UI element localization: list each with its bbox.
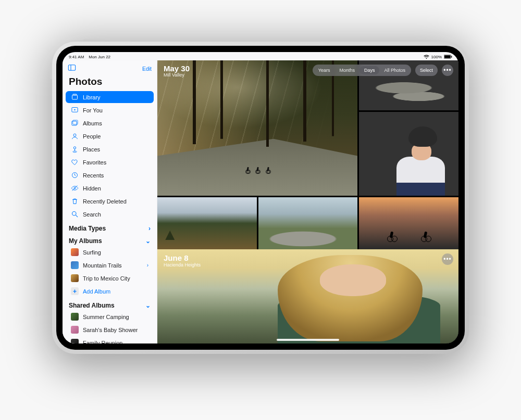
photo-tile[interactable] xyxy=(258,197,358,249)
people-icon xyxy=(71,132,79,140)
sidebar-toggle-icon[interactable] xyxy=(68,63,76,74)
more-button[interactable]: ••• xyxy=(442,253,453,265)
sidebar-item-people[interactable]: People xyxy=(66,130,154,142)
app-title: Photos xyxy=(63,75,157,91)
album-label: Summer Camping xyxy=(83,314,129,320)
album-item-mountain-trails[interactable]: Mountain Trails › xyxy=(66,259,154,271)
album-label: Family Reunion xyxy=(83,340,122,344)
home-indicator[interactable] xyxy=(277,339,339,341)
status-time: 9:41 AM xyxy=(69,55,84,59)
section-media-types[interactable]: Media Types › xyxy=(63,221,157,233)
library-icon xyxy=(71,93,79,101)
photo-tile[interactable] xyxy=(359,197,458,249)
sidebar-item-favorites[interactable]: Favorites xyxy=(66,156,154,168)
section-date: May 30 xyxy=(164,65,190,72)
album-thumbnail xyxy=(71,274,79,282)
sidebar-item-label: Recents xyxy=(83,172,104,179)
section-location: Mill Valley xyxy=(164,72,190,78)
album-label: Mountain Trails xyxy=(83,262,122,269)
section-date-header: May 30 Mill Valley xyxy=(164,65,190,78)
select-button[interactable]: Select xyxy=(415,65,438,76)
sidebar-item-label: For You xyxy=(83,107,103,113)
svg-point-12 xyxy=(73,147,76,149)
sidebar-item-recently-deleted[interactable]: Recently Deleted xyxy=(66,195,154,207)
section-date-header: June 8 Hacienda Heights xyxy=(164,253,201,268)
svg-rect-6 xyxy=(73,94,77,95)
section-title: Media Types xyxy=(69,225,106,232)
album-thumbnail xyxy=(71,313,79,321)
shared-album-summer-camping[interactable]: Summer Camping xyxy=(66,311,154,323)
svg-rect-2 xyxy=(451,56,452,58)
album-thumbnail xyxy=(71,326,79,334)
sidebar-item-label: Hidden xyxy=(83,185,101,192)
chevron-right-icon: › xyxy=(148,225,151,232)
sidebar-item-label: Recently Deleted xyxy=(83,198,127,205)
ipad-device: 9:41 AM Mon Jun 22 100% Edit xyxy=(52,42,469,354)
edit-button[interactable]: Edit xyxy=(142,66,152,72)
shared-album-sarahs-baby-shower[interactable]: Sarah's Baby Shower xyxy=(66,324,154,336)
album-thumbnail xyxy=(71,261,79,269)
photo-tile[interactable] xyxy=(157,60,357,196)
battery-icon xyxy=(444,55,452,59)
photo-library-content[interactable]: May 30 Mill Valley Years Months Days All… xyxy=(157,60,458,343)
section-location: Hacienda Heights xyxy=(164,262,201,268)
sidebar-item-search[interactable]: Search xyxy=(66,208,154,220)
chevron-right-icon: › xyxy=(147,262,148,268)
sidebar-item-label: People xyxy=(83,133,101,139)
photo-tile[interactable] xyxy=(157,249,458,343)
view-segmented-control: Years Months Days All Photos xyxy=(313,65,411,76)
photo-tile[interactable] xyxy=(359,112,458,196)
status-battery: 100% xyxy=(431,55,442,59)
shared-album-family-reunion[interactable]: Family Reunion xyxy=(66,337,154,343)
sidebar-item-label: Favorites xyxy=(83,159,106,166)
svg-rect-9 xyxy=(72,121,77,125)
seg-all-photos[interactable]: All Photos xyxy=(379,66,410,74)
plus-icon: + xyxy=(71,287,79,295)
clock-icon xyxy=(71,171,79,179)
section-my-albums[interactable]: My Albums ⌄ xyxy=(63,233,157,246)
ellipsis-icon: ••• xyxy=(443,256,452,263)
sidebar-item-hidden[interactable]: Hidden xyxy=(66,182,154,194)
album-label: Sarah's Baby Shower xyxy=(83,327,138,333)
places-icon xyxy=(71,145,79,153)
photo-tile[interactable] xyxy=(157,197,257,249)
seg-months[interactable]: Months xyxy=(334,66,359,74)
album-label: Trip to Mexico City xyxy=(83,275,130,282)
seg-years[interactable]: Years xyxy=(314,66,335,74)
svg-point-11 xyxy=(73,134,76,136)
svg-line-19 xyxy=(76,215,78,217)
ellipsis-icon: ••• xyxy=(443,67,452,74)
chevron-down-icon: ⌄ xyxy=(145,302,151,309)
sidebar-item-for-you[interactable]: For You xyxy=(66,104,154,116)
add-album-button[interactable]: + Add Album xyxy=(66,285,154,297)
album-item-surfing[interactable]: Surfing xyxy=(66,246,154,258)
sidebar-item-label: Places xyxy=(83,146,100,152)
sidebar: Edit Photos Library For You Album xyxy=(63,60,157,343)
svg-rect-3 xyxy=(68,65,75,71)
section-date: June 8 xyxy=(164,253,201,262)
eye-hidden-icon xyxy=(71,184,79,192)
more-button[interactable]: ••• xyxy=(442,65,453,76)
section-shared-albums[interactable]: Shared Albums ⌄ xyxy=(63,298,157,310)
album-thumbnail xyxy=(71,339,79,343)
album-label: Surfing xyxy=(83,249,101,256)
status-bar: 9:41 AM Mon Jun 22 100% xyxy=(63,52,458,60)
trash-icon xyxy=(71,197,79,205)
svg-marker-8 xyxy=(74,109,76,111)
svg-rect-1 xyxy=(444,55,451,58)
svg-point-14 xyxy=(73,151,77,152)
heart-icon xyxy=(71,158,79,166)
sidebar-item-recents[interactable]: Recents xyxy=(66,169,154,181)
sidebar-item-library[interactable]: Library xyxy=(66,91,154,103)
sidebar-item-label: Search xyxy=(83,211,101,218)
sidebar-item-albums[interactable]: Albums xyxy=(66,117,154,129)
sidebar-item-places[interactable]: Places xyxy=(66,143,154,155)
sidebar-item-label: Albums xyxy=(83,120,102,126)
svg-point-18 xyxy=(72,212,77,216)
foryou-icon xyxy=(71,106,79,114)
wifi-icon xyxy=(424,55,429,59)
album-item-trip-to-mexico-city[interactable]: Trip to Mexico City xyxy=(66,272,154,284)
seg-days[interactable]: Days xyxy=(359,66,380,74)
section-title: Shared Albums xyxy=(69,302,115,309)
search-icon xyxy=(71,210,79,218)
